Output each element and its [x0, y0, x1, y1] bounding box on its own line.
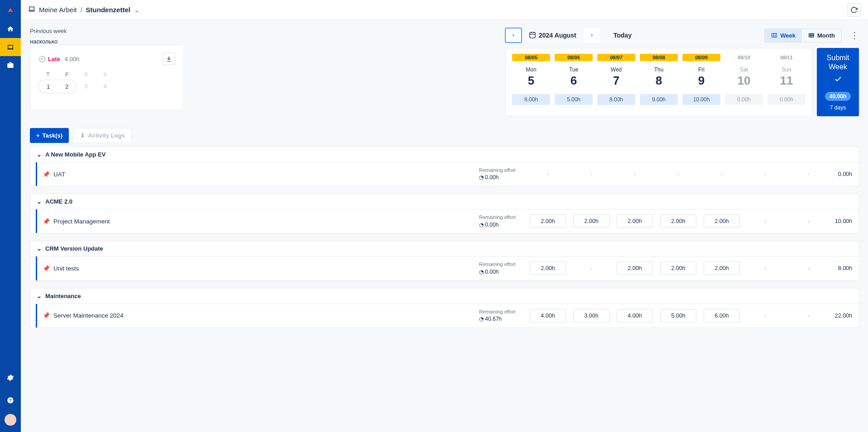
- day-hours: 9.00h: [640, 94, 678, 105]
- hour-cell[interactable]: 2.00h: [530, 261, 566, 275]
- hour-cell[interactable]: 3.00h: [573, 309, 609, 323]
- hour-cell: -: [573, 261, 609, 275]
- logo-icon[interactable]: 🔺: [0, 0, 21, 20]
- add-task-button[interactable]: +Task(s): [30, 128, 69, 143]
- day-date: 08/05: [512, 54, 550, 61]
- mini-day-head: T: [38, 71, 58, 78]
- chevron-down-icon: ⌄: [37, 151, 42, 158]
- hour-cell: -: [747, 261, 783, 275]
- submit-week-button[interactable]: Submit Week 40.00h 7 days: [817, 48, 859, 116]
- mini-day-cell[interactable]: 1: [38, 80, 58, 93]
- group-header[interactable]: ⌄ACME 2.0: [30, 194, 858, 209]
- day-column[interactable]: 08/08Thu89.00h: [640, 54, 678, 110]
- tab-month[interactable]: Month: [802, 29, 841, 42]
- sidebar-mywork[interactable]: [0, 38, 21, 56]
- hour-cell[interactable]: 2.00h: [530, 214, 566, 228]
- late-hours: 4.00h: [65, 56, 80, 62]
- laptop-icon: [28, 5, 35, 14]
- crumb-mywork[interactable]: Meine Arbeit: [39, 6, 77, 14]
- pin-icon[interactable]: 📌: [43, 265, 50, 272]
- mini-day-cell[interactable]: 3: [77, 80, 96, 93]
- mini-day-cell[interactable]: 2: [58, 80, 77, 93]
- mini-day-head: S: [77, 71, 96, 78]
- hour-cell[interactable]: 2.00h: [617, 261, 653, 275]
- task-group: ⌄Maintenance📌Server Maintenance 2024Rema…: [30, 288, 859, 328]
- day-date: 08/09: [682, 54, 720, 61]
- group-header[interactable]: ⌄A New Mobile App EV: [30, 147, 858, 162]
- task-total: 10.00h: [827, 218, 858, 224]
- hour-cell[interactable]: 4.00h: [617, 309, 653, 323]
- prev-button[interactable]: [505, 28, 522, 43]
- hour-cell: -: [530, 167, 566, 181]
- day-column[interactable]: 08/11Sun110.00h: [767, 54, 806, 110]
- hour-cell[interactable]: 5.00h: [660, 309, 696, 323]
- task-name[interactable]: UAT: [53, 171, 65, 178]
- pin-icon[interactable]: 📌: [43, 171, 50, 178]
- task-group: ⌄A New Mobile App EV📌UATRemaining effort…: [30, 147, 859, 186]
- mini-day-head: S: [96, 71, 115, 78]
- svg-rect-2: [29, 7, 34, 10]
- next-button[interactable]: [584, 28, 600, 43]
- month-display[interactable]: 2024 August: [526, 31, 579, 40]
- hour-cell[interactable]: 4.00h: [530, 309, 566, 323]
- task-name[interactable]: Unit tests: [53, 265, 79, 272]
- task-total: 0.00h: [827, 171, 858, 177]
- day-date: 08/08: [640, 54, 678, 61]
- clock-icon: 🕘: [38, 56, 46, 62]
- day-name: Fri: [698, 66, 705, 73]
- day-date: 08/10: [725, 54, 763, 61]
- remaining-effort: Remaining effort◔ 0.00h: [479, 214, 530, 228]
- hour-cell: -: [791, 261, 827, 275]
- svg-rect-3: [530, 32, 535, 38]
- sidebar-home[interactable]: [0, 20, 21, 38]
- day-date: 08/11: [767, 54, 806, 61]
- task-row: 📌UATRemaining effort◔ 0.00h-------0.00h: [36, 162, 858, 186]
- day-column[interactable]: 08/09Fri910.00h: [682, 54, 720, 110]
- day-column[interactable]: 08/05Mon58.00h: [512, 54, 550, 110]
- today-button[interactable]: Today: [614, 32, 632, 39]
- refresh-button[interactable]: [847, 3, 861, 17]
- day-hours: 5.00h: [555, 94, 593, 105]
- hour-cell[interactable]: 2.00h: [704, 261, 740, 275]
- day-number: 7: [613, 74, 619, 88]
- group-header[interactable]: ⌄CRM Version Update: [30, 241, 858, 256]
- sidebar-help[interactable]: ?: [0, 391, 21, 409]
- total-hours-badge: 40.00h: [825, 92, 851, 101]
- svg-text:?: ?: [9, 398, 12, 403]
- days-count: 7 days: [830, 104, 846, 111]
- task-name[interactable]: Server Maintenance 2024: [53, 312, 124, 319]
- hour-cell: -: [791, 309, 827, 323]
- activity-logs-button[interactable]: ⬇Activity Logs: [73, 128, 132, 143]
- hour-cell[interactable]: 2.00h: [660, 214, 696, 228]
- hour-cell[interactable]: 2.00h: [660, 261, 696, 275]
- task-group: ⌄CRM Version Update📌Unit testsRemaining …: [30, 241, 859, 280]
- sidebar-settings[interactable]: [0, 369, 21, 387]
- plus-icon: +: [36, 132, 40, 139]
- mini-day-cell[interactable]: 4: [96, 80, 115, 93]
- crumb-page[interactable]: Stundenzettel: [86, 6, 130, 14]
- hour-cell[interactable]: 6.00h: [704, 309, 740, 323]
- sidebar-work[interactable]: [0, 56, 21, 74]
- chevron-down-icon[interactable]: ⌄: [134, 6, 140, 14]
- previous-week-label: Previous week: [30, 28, 184, 34]
- hour-cell[interactable]: 2.00h: [573, 214, 609, 228]
- avatar[interactable]: [5, 414, 16, 426]
- tab-week[interactable]: Week: [765, 29, 802, 42]
- group-header[interactable]: ⌄Maintenance: [30, 289, 858, 304]
- day-column[interactable]: 08/07Wed78.00h: [597, 54, 635, 110]
- pin-icon[interactable]: 📌: [43, 218, 50, 225]
- hour-cell[interactable]: 2.00h: [617, 214, 653, 228]
- hour-cell[interactable]: 2.00h: [704, 214, 740, 228]
- pin-icon[interactable]: 📌: [43, 312, 50, 319]
- remaining-effort: Remaining effort◔ 0.00h: [479, 261, 530, 275]
- day-column[interactable]: 08/06Tue65.00h: [555, 54, 593, 110]
- day-number: 9: [698, 74, 705, 88]
- day-hours: 10.00h: [682, 94, 720, 105]
- day-number: 5: [528, 74, 534, 88]
- chevron-down-icon: ⌄: [37, 198, 42, 205]
- task-name[interactable]: Project Management: [53, 218, 110, 225]
- day-column[interactable]: 08/10Sat100.00h: [725, 54, 763, 110]
- task-row: 📌Project ManagementRemaining effort◔ 0.0…: [36, 209, 858, 233]
- more-menu[interactable]: ⋮: [850, 30, 859, 41]
- download-button[interactable]: [163, 52, 175, 65]
